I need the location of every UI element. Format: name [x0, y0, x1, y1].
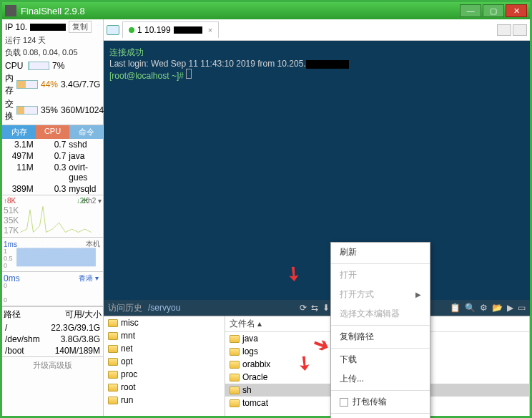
file-row[interactable]: mnt [104, 329, 225, 342]
db-icon[interactable]: ▭ [518, 303, 526, 313]
ip-label: IP 10. [5, 22, 27, 32]
file-row[interactable]: proc [104, 368, 225, 381]
load-text: 负载 0.08, 0.04, 0.05 [2, 47, 103, 59]
svg-rect-0 [16, 248, 96, 266]
folder-icon [108, 358, 118, 366]
ip-masked [30, 24, 66, 31]
sync-icon[interactable]: ⇆ [311, 303, 318, 313]
process-row[interactable]: 3.1M0.7sshd [2, 139, 103, 150]
tab-masked [174, 26, 202, 34]
folder-icon [108, 384, 118, 392]
minimize-button[interactable]: — [460, 4, 481, 17]
ctx-copy-path[interactable]: 复制路径 [331, 327, 430, 346]
file-row[interactable]: tomcat [225, 397, 346, 409]
col-cpu[interactable]: CPU [36, 125, 69, 139]
maximize-button[interactable]: ▢ [483, 4, 504, 17]
refresh-icon[interactable]: ⟳ [300, 303, 307, 313]
disk-row[interactable]: /22.3G/39.1G [2, 322, 103, 334]
cpu-label: CPU [5, 61, 25, 71]
cpu-pct: 7% [52, 61, 64, 71]
file-row[interactable]: sh [225, 384, 346, 397]
folder-icon[interactable] [107, 25, 119, 35]
history-bar: 访问历史 /servyou ⟳ ⇆ ⬇ ⬆ 📋 🔍 ⚙ 📂 ▶ ▭ [104, 300, 530, 316]
folder-icon [230, 361, 240, 369]
col-mem[interactable]: 内存 [2, 125, 36, 139]
copy-button[interactable]: 复制 [69, 21, 92, 33]
swap-bar [16, 106, 38, 115]
file-row[interactable]: root [104, 381, 225, 394]
titlebar[interactable]: FinalShell 2.9.8 — ▢ ✕ [2, 2, 530, 19]
folder-icon [230, 335, 240, 343]
process-row[interactable]: 11M0.3ovirt-gues [2, 162, 103, 183]
folder-icon [108, 319, 118, 327]
mem-pct: 44% [41, 79, 58, 89]
term-line: [root@localhost ~]# [109, 69, 524, 81]
mem-label: 内存 [5, 72, 14, 97]
search-icon[interactable]: 🔍 [465, 303, 476, 313]
disk-h2: 可用/大小 [65, 308, 102, 321]
tab-label: 1 10.199 [137, 25, 171, 35]
checkbox-icon[interactable] [340, 398, 348, 407]
mem-val: 3.4G/7.7G [61, 79, 100, 89]
ctx-new[interactable]: 新建▶ [331, 415, 430, 418]
session-tab[interactable]: 1 10.199 × [122, 21, 219, 38]
term-line: 连接成功 [109, 47, 524, 59]
terminal[interactable]: 连接成功 Last login: Wed Sep 11 11:43:10 201… [104, 41, 530, 300]
file-row[interactable]: Oracle [225, 371, 346, 384]
disk-row[interactable]: /boot140M/189M [2, 345, 103, 356]
download-icon[interactable]: ⬇ [322, 303, 330, 313]
file-row[interactable]: run [104, 394, 225, 407]
swap-label: 交换 [5, 98, 14, 122]
close-button[interactable]: ✕ [506, 4, 527, 17]
ctx-pack[interactable]: 打包传输 [331, 392, 430, 412]
ctx-upload[interactable]: 上传... [331, 369, 430, 389]
file-row[interactable]: orabbix [225, 358, 346, 371]
lat2-region-dropdown[interactable]: 香港 ▾ [79, 273, 99, 283]
folder-icon [230, 348, 240, 356]
folder-icon [230, 387, 240, 394]
context-menu: 刷新 打开 打开方式▶ 选择文本编辑器 复制路径 下载 上传... 打包传输 新… [330, 242, 430, 418]
file-row[interactable]: java [225, 332, 346, 345]
latency-chart-hk: 0ms 香港 ▾ 0 0 [2, 272, 103, 306]
process-row[interactable]: 389M0.3mysqld [2, 183, 103, 195]
copy-icon[interactable]: 📋 [450, 303, 460, 313]
folder-icon [108, 371, 118, 379]
folder-icon [230, 399, 240, 407]
hist-path[interactable]: /servyou [148, 303, 180, 313]
folder-icon [108, 397, 118, 404]
disk-h1: 路径 [4, 308, 65, 321]
upgrade-link[interactable]: 升级高级版 [2, 356, 103, 374]
list-view-icon[interactable] [513, 24, 527, 36]
mem-bar [16, 80, 38, 89]
latency-chart-local: 1ms 本机 1 0.5 0 [2, 238, 103, 272]
ctx-editor[interactable]: 选择文本编辑器 [331, 304, 430, 324]
col-cmd[interactable]: 命令 [69, 125, 103, 139]
file-row[interactable]: misc [104, 316, 225, 329]
iface-dropdown[interactable]: eth2 ▾ [82, 197, 102, 205]
ctx-open-with[interactable]: 打开方式▶ [331, 285, 430, 304]
file-row[interactable]: net [104, 342, 225, 355]
play-icon[interactable]: ▶ [507, 303, 513, 313]
ctx-refresh[interactable]: 刷新 [331, 243, 430, 262]
file-row[interactable]: logs [225, 345, 346, 358]
window-title: FinalShell 2.9.8 [21, 6, 460, 16]
tab-close-icon[interactable]: × [208, 26, 212, 34]
file-browser: miscmntnetoptprocrootrun 文件名 ▴ javalogso… [104, 316, 530, 416]
ctx-download[interactable]: 下载 [331, 350, 430, 369]
swap-pct: 35% [41, 105, 58, 115]
app-icon [5, 5, 16, 16]
folder-open-icon[interactable]: 📂 [492, 303, 503, 313]
ctx-open[interactable]: 打开 [331, 266, 430, 285]
file-col-name[interactable]: 文件名 ▴ [230, 318, 342, 330]
net-up: ↑8K [4, 197, 16, 205]
file-row[interactable]: opt [104, 355, 225, 368]
term-line: Last login: Wed Sep 11 11:43:10 2019 fro… [109, 59, 524, 69]
folder-icon [230, 374, 240, 381]
folder-icon [108, 332, 118, 340]
tab-bar: 1 10.199 × [104, 19, 530, 41]
grid-view-icon[interactable] [497, 24, 511, 36]
cpu-bar [28, 62, 49, 70]
disk-row[interactable]: /dev/shm3.8G/3.8G [2, 334, 103, 345]
process-row[interactable]: 497M0.7java [2, 150, 103, 162]
gear-icon[interactable]: ⚙ [480, 303, 488, 313]
